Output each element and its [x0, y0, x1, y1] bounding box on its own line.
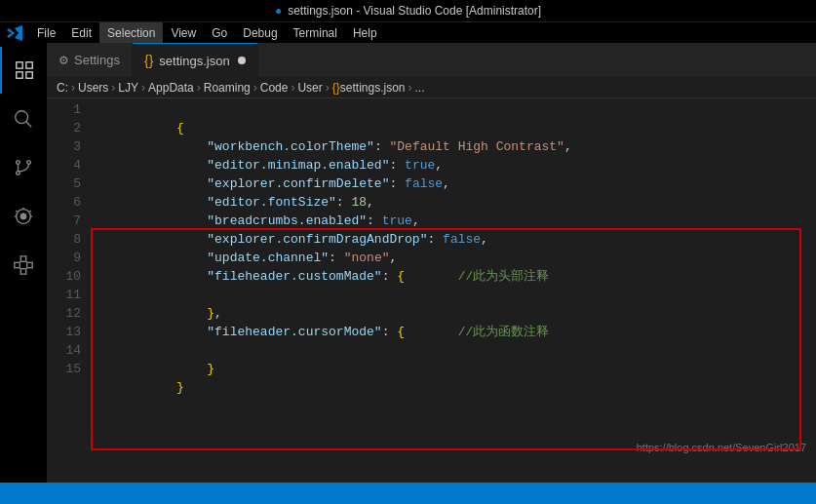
breadcrumb-part: C: [57, 81, 68, 95]
code-line-5: "editor.fontSize": 18, [91, 174, 816, 193]
svg-rect-18 [27, 262, 32, 268]
activity-bar [0, 43, 47, 483]
code-line-9: "fileheader.customMade": { //此为头部注释 [91, 249, 816, 267]
code-line-10 [91, 267, 816, 286]
code-area[interactable]: 1 2 3 4 5 6 7 8 9 10 11 12 13 14 15 [47, 98, 816, 483]
debug-activity-icon[interactable] [0, 193, 47, 240]
breadcrumb-part: Code [260, 81, 289, 95]
svg-rect-1 [26, 62, 32, 68]
line-number-7: 7 [47, 212, 81, 230]
line-number-14: 14 [47, 341, 81, 360]
line-number-1: 1 [47, 100, 81, 119]
menu-help[interactable]: Help [345, 22, 385, 43]
breadcrumb-part: ... [415, 81, 425, 95]
code-content[interactable]: { "workbench.colorTheme": "Default High … [91, 98, 816, 483]
tab-settings-label: Settings [74, 53, 120, 67]
menu-go[interactable]: Go [204, 22, 235, 43]
code-line-12: "fileheader.cursorMode": { //此为函数注释 [91, 304, 816, 323]
line-number-15: 15 [47, 360, 81, 378]
menu-selection[interactable]: Selection [99, 22, 163, 43]
code-line-13 [91, 323, 816, 341]
svg-rect-2 [17, 72, 22, 78]
svg-line-5 [26, 122, 32, 128]
tab-settings[interactable]: ⚙ Settings [47, 43, 133, 77]
vscode-logo-icon [0, 25, 29, 41]
line-number-10: 10 [47, 267, 81, 286]
menu-debug[interactable]: Debug [235, 22, 285, 43]
code-line-15: } [91, 360, 816, 378]
breadcrumb: C: › Users › LJY › AppData › Roaming › C… [47, 77, 816, 98]
code-line-14: } [91, 341, 816, 360]
breadcrumb-part: User [297, 81, 322, 95]
code-line-2: "workbench.colorTheme": "Default High Co… [91, 119, 816, 137]
menu-edit[interactable]: Edit [63, 22, 99, 43]
svg-point-6 [17, 161, 20, 165]
editor-area: ⚙ Settings {} settings.json C: › Users ›… [47, 43, 816, 483]
svg-line-13 [30, 211, 31, 212]
explorer-activity-icon[interactable] [0, 47, 47, 94]
tab-settings-json[interactable]: {} settings.json [133, 43, 258, 77]
code-line-6: "breadcrumbs.enabled": true, [91, 193, 816, 212]
json-tab-icon: {} [144, 53, 153, 68]
svg-rect-0 [17, 62, 22, 68]
search-activity-icon[interactable] [0, 96, 47, 142]
svg-rect-19 [20, 256, 26, 262]
breadcrumb-part: AppData [148, 81, 194, 95]
line-numbers: 1 2 3 4 5 6 7 8 9 10 11 12 13 14 15 [47, 98, 91, 483]
breadcrumb-part: LJY [118, 81, 138, 95]
code-line-11: }, [91, 286, 816, 304]
menu-file[interactable]: File [29, 22, 63, 43]
svg-point-4 [16, 111, 28, 124]
code-line-8: "update.channel": "none", [91, 230, 816, 249]
svg-point-8 [27, 161, 31, 165]
extensions-activity-icon[interactable] [0, 242, 47, 289]
breadcrumb-json-icon: {} [332, 81, 340, 95]
svg-rect-3 [26, 72, 32, 78]
menu-view[interactable]: View [163, 22, 204, 43]
breadcrumb-part: Users [78, 81, 108, 95]
line-number-6: 6 [47, 193, 81, 212]
line-number-13: 13 [47, 323, 81, 341]
line-number-4: 4 [47, 156, 81, 174]
tab-json-label: settings.json [159, 54, 229, 68]
svg-line-12 [16, 211, 17, 212]
svg-rect-17 [15, 262, 20, 268]
settings-tab-icon: ⚙ [58, 54, 69, 67]
svg-point-16 [20, 213, 26, 219]
breadcrumb-part: Roaming [204, 81, 251, 95]
source-control-activity-icon[interactable] [0, 144, 47, 191]
tab-modified-dot [238, 57, 246, 64]
code-line-3: "editor.minimap.enabled": true, [91, 137, 816, 156]
code-line-7: "explorer.confirmDragAndDrop": false, [91, 212, 816, 230]
line-number-5: 5 [47, 174, 81, 193]
title-bar: ● settings.json - Visual Studio Code [Ad… [0, 0, 816, 21]
line-number-11: 11 [47, 286, 81, 304]
window-title: settings.json - Visual Studio Code [Admi… [288, 4, 541, 18]
tabs-bar: ⚙ Settings {} settings.json [47, 43, 816, 77]
menu-bar: File Edit Selection View Go Debug Termin… [0, 21, 816, 43]
code-line-4: "explorer.confirmDelete": false, [91, 156, 816, 174]
line-number-9: 9 [47, 249, 81, 267]
title-dot: ● [275, 4, 282, 18]
line-number-12: 12 [47, 304, 81, 323]
line-number-2: 2 [47, 119, 81, 137]
menu-terminal[interactable]: Terminal [286, 22, 345, 43]
main-layout: ⚙ Settings {} settings.json C: › Users ›… [0, 43, 816, 483]
line-number-3: 3 [47, 137, 81, 156]
status-bar [0, 483, 816, 504]
breadcrumb-part: settings.json [340, 81, 406, 95]
svg-rect-20 [20, 269, 26, 275]
line-number-8: 8 [47, 230, 81, 249]
code-line-1: { [91, 100, 816, 119]
